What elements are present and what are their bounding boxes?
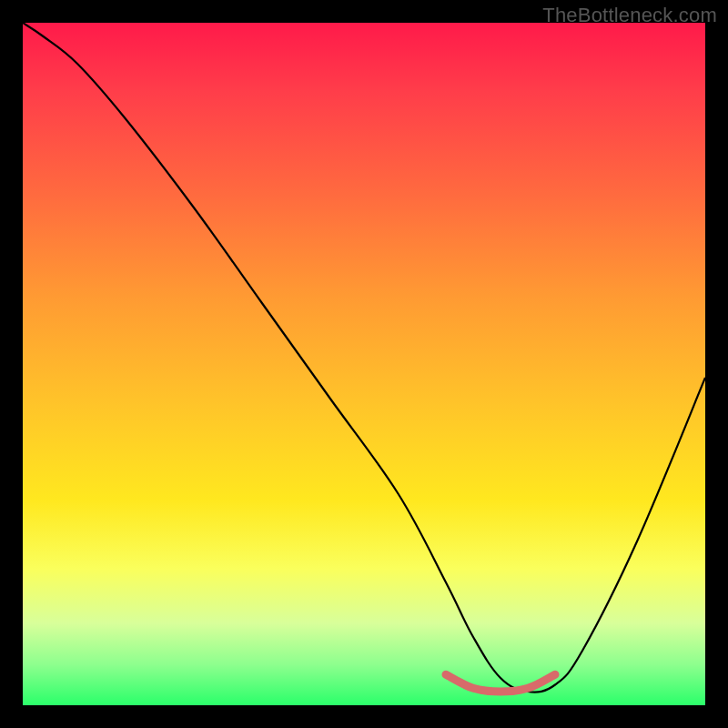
plot-frame — [23, 23, 705, 705]
chart-svg — [23, 23, 705, 705]
bottleneck-curve-path — [23, 23, 705, 693]
plot-area — [23, 23, 705, 705]
watermark-text: TheBottleneck.com — [542, 4, 717, 27]
